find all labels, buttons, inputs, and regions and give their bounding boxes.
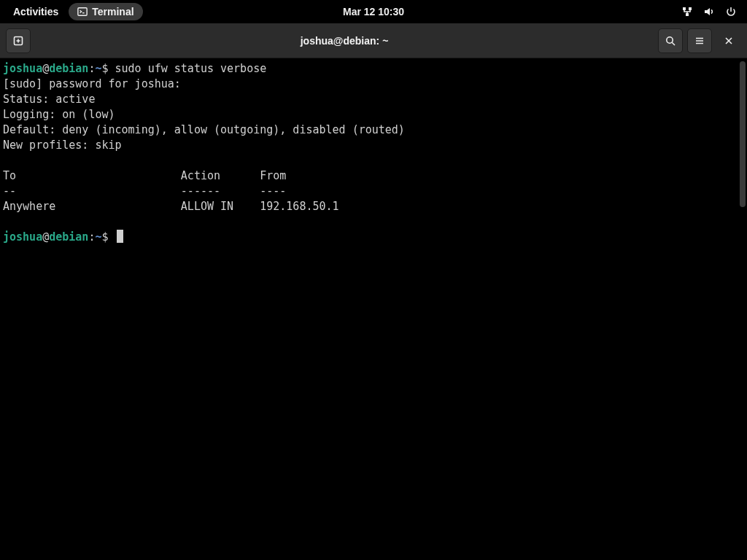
- svg-rect-2: [689, 7, 692, 10]
- activities-button[interactable]: Activities: [6, 3, 66, 20]
- svg-point-5: [667, 36, 673, 42]
- new-tab-button[interactable]: [6, 28, 31, 53]
- prompt-user: joshua: [3, 62, 42, 75]
- prompt-user: joshua: [3, 230, 42, 244]
- terminal-viewport[interactable]: joshua@debian:~$ sudo ufw status verbose…: [0, 58, 747, 560]
- system-status-area[interactable]: [681, 6, 741, 18]
- app-menu-button[interactable]: Terminal: [69, 3, 142, 20]
- clock-button[interactable]: Mar 12 10:30: [343, 6, 404, 18]
- svg-rect-0: [78, 8, 87, 16]
- output-line: To Action From: [3, 169, 286, 182]
- svg-rect-1: [683, 7, 686, 10]
- output-line: Anywhere ALLOW IN 192.168.50.1: [3, 200, 438, 213]
- output-line: Default: deny (incoming), allow (outgoin…: [3, 123, 405, 136]
- prompt-host: debian: [49, 62, 88, 75]
- hamburger-menu-button[interactable]: [687, 28, 712, 53]
- close-window-button[interactable]: [716, 28, 741, 53]
- search-button[interactable]: [658, 28, 683, 53]
- output-line: [sudo] password for joshua:: [3, 77, 187, 90]
- scrollbar-thumb[interactable]: [740, 61, 746, 207]
- terminal-window: joshua@debian: ~ joshua@debian:~$ sudo u…: [0, 23, 747, 560]
- output-line: Logging: on (low): [3, 108, 115, 121]
- window-titlebar: joshua@debian: ~: [0, 23, 747, 58]
- terminal-icon: [77, 7, 88, 17]
- gnome-topbar: Activities Terminal Mar 12 10:30: [0, 0, 747, 23]
- output-line: Status: active: [3, 93, 95, 106]
- cursor: [117, 230, 123, 243]
- output-line: New profiles: skip: [3, 139, 122, 152]
- app-menu-label: Terminal: [92, 6, 133, 18]
- terminal-output[interactable]: joshua@debian:~$ sudo ufw status verbose…: [0, 58, 747, 248]
- network-icon[interactable]: [681, 6, 693, 18]
- svg-rect-3: [686, 13, 689, 16]
- output-line: -- ------ ----: [3, 184, 286, 198]
- power-icon[interactable]: [725, 6, 737, 18]
- prompt-host: debian: [49, 230, 88, 244]
- command-text: sudo ufw status verbose: [115, 62, 267, 75]
- window-title: joshua@debian: ~: [35, 35, 654, 47]
- volume-icon[interactable]: [703, 6, 715, 18]
